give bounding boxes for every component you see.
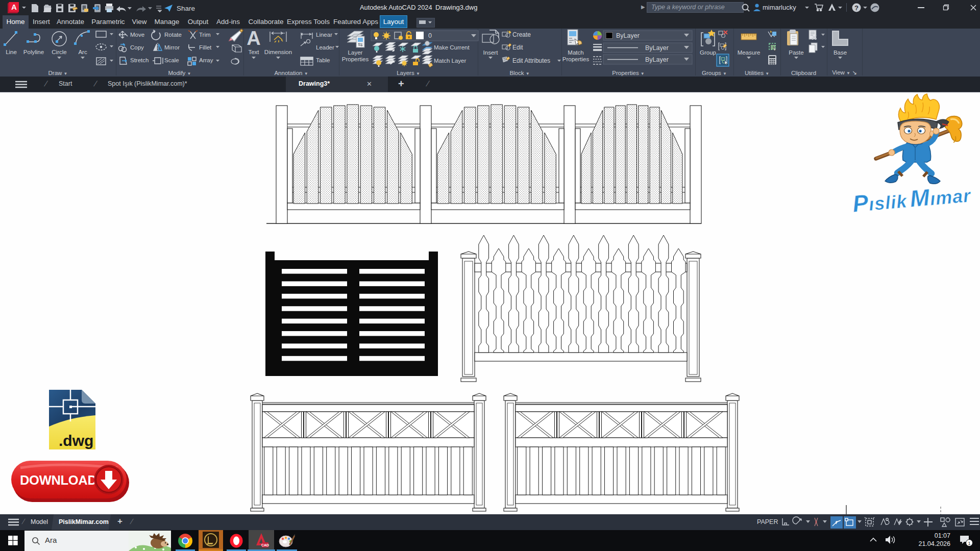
svg-text:Mirror: Mirror [164, 44, 180, 51]
svg-text:A: A [247, 29, 260, 49]
svg-text:1: 1 [968, 541, 970, 546]
svg-text:Paste: Paste [789, 49, 803, 56]
svg-text:Leader: Leader [316, 44, 334, 51]
svg-text:ByLayer: ByLayer [645, 44, 669, 52]
svg-text:Arc: Arc [78, 49, 87, 55]
svg-text:Copy: Copy [130, 44, 144, 51]
svg-text:Text: Text [248, 49, 259, 55]
svg-text:Share: Share [177, 5, 195, 12]
svg-text:Linear: Linear [316, 32, 332, 38]
svg-text:PıslikMımar: PıslikMımar [851, 180, 972, 217]
svg-text:Fillet: Fillet [199, 44, 212, 51]
svg-text:Table: Table [316, 57, 330, 63]
svg-text:Create: Create [512, 31, 531, 38]
svg-text:Polyline: Polyline [23, 49, 44, 55]
svg-text:Array: Array [199, 57, 213, 63]
svg-text:DOWNLOAD: DOWNLOAD [20, 473, 97, 487]
svg-text:Circle: Circle [52, 49, 66, 55]
svg-text:Rotate: Rotate [164, 32, 182, 38]
svg-text:Line: Line [6, 49, 17, 55]
svg-text:Scale: Scale [164, 57, 179, 63]
svg-text:Match: Match [568, 49, 583, 56]
svg-text:Group: Group [700, 49, 716, 56]
svg-text:Insert: Insert [483, 49, 499, 56]
svg-text:Base: Base [834, 49, 847, 56]
svg-text:Move: Move [130, 32, 144, 38]
svg-text:Measure: Measure [738, 49, 761, 56]
svg-text:Edit: Edit [512, 44, 523, 51]
svg-text:ByLayer: ByLayer [645, 56, 669, 63]
svg-text:Dimension: Dimension [264, 49, 292, 55]
svg-text:?: ? [854, 4, 859, 12]
svg-text:Make Current: Make Current [434, 44, 470, 51]
svg-text:Properties: Properties [342, 56, 369, 62]
svg-text:Trim: Trim [199, 32, 211, 38]
svg-text:.dwg: .dwg [59, 432, 93, 449]
svg-text:Edit Attributes: Edit Attributes [512, 57, 550, 64]
svg-text:Stretch: Stretch [130, 57, 149, 63]
svg-text:ByLayer: ByLayer [616, 32, 640, 39]
svg-text:A: A [11, 3, 17, 11]
svg-text:Match Layer: Match Layer [434, 58, 466, 64]
svg-text:0: 0 [428, 32, 432, 39]
svg-text:CAD: CAD [261, 543, 269, 547]
svg-text:Layer: Layer [348, 49, 363, 56]
svg-text:Properties: Properties [562, 56, 590, 62]
